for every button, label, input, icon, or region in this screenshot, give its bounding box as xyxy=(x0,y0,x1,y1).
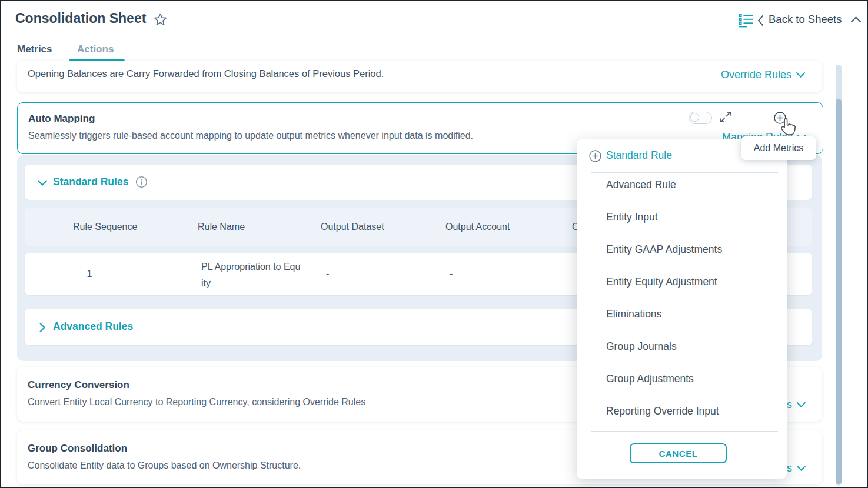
tooltip-label: Add Metrics xyxy=(754,143,803,153)
back-to-sheets-link[interactable]: Back to Sheets xyxy=(769,13,842,26)
cell-rule-name: PL Appropriation to Equity xyxy=(201,259,301,292)
expand-icon[interactable] xyxy=(719,111,732,123)
toggle-knob xyxy=(690,113,699,122)
scrollbar-thumb[interactable] xyxy=(836,99,842,484)
cell-output-account: - xyxy=(450,269,453,279)
back-chevron-icon[interactable] xyxy=(757,15,764,26)
auto-mapping-title: Auto Mapping xyxy=(28,113,95,125)
add-metrics-menu: Standard Rule Advanced Rule Entity Input… xyxy=(577,139,787,479)
chevron-down-icon xyxy=(796,72,806,78)
standard-rules-label: Standard Rules xyxy=(53,176,128,188)
auto-mapping-toggle[interactable] xyxy=(689,112,712,124)
standard-rule-option-label: Standard Rule xyxy=(606,149,672,162)
col-output-account: Output Account xyxy=(445,208,510,246)
add-metrics-tooltip: Add Metrics xyxy=(741,136,816,160)
cancel-button[interactable]: CANCEL xyxy=(630,443,727,463)
menu-item-reporting-override-input[interactable]: Reporting Override Input xyxy=(577,395,787,427)
chevron-right-icon xyxy=(39,322,46,333)
auto-mapping-description: Seamlessly triggers rule-based account m… xyxy=(28,131,473,141)
circle-plus-icon xyxy=(588,149,602,163)
menu-item-entity-input[interactable]: Entity Input xyxy=(577,201,787,233)
col-rule-sequence: Rule Sequence xyxy=(73,208,137,246)
override-rules-link[interactable]: Override Rules xyxy=(721,69,806,81)
chevron-down-icon xyxy=(796,465,806,472)
menu-item-eliminations[interactable]: Eliminations xyxy=(577,298,787,330)
menu-items: Advanced Rule Entity Input Entity GAAP A… xyxy=(577,169,787,427)
col-rule-name: Rule Name xyxy=(198,208,245,246)
col-output-dataset: Output Dataset xyxy=(321,208,384,246)
group-consolidation-description: Consolidate Entity data to Groups based … xyxy=(28,460,301,471)
favorite-star-icon[interactable] xyxy=(153,12,168,27)
tab-metrics[interactable]: Metrics xyxy=(17,44,52,55)
currency-conversion-description: Convert Entity Local Currency to Reporti… xyxy=(28,397,365,407)
advanced-rules-label: Advanced Rules xyxy=(53,320,133,333)
sheet-list-icon[interactable] xyxy=(738,12,754,28)
menu-item-advanced-rule[interactable]: Advanced Rule xyxy=(577,169,787,201)
chevron-down-icon xyxy=(796,402,806,408)
override-rules-label: Override Rules xyxy=(721,69,791,81)
cursor-hand-icon xyxy=(779,118,796,137)
cell-output-dataset: - xyxy=(326,269,329,279)
group-consolidation-title: Group Consolidation xyxy=(28,443,127,454)
menu-item-entity-gaap-adjustments[interactable]: Entity GAAP Adjustments xyxy=(577,233,787,266)
tab-actions[interactable]: Actions xyxy=(77,44,114,55)
currency-conversion-title: Currency Conversion xyxy=(28,379,129,391)
cell-rule-sequence: 1 xyxy=(60,269,119,279)
info-icon[interactable] xyxy=(135,176,148,188)
menu-item-group-journals[interactable]: Group Journals xyxy=(577,330,787,363)
opening-balances-description: Opening Balances are Carry Forwarded fro… xyxy=(28,68,384,79)
chevron-down-icon xyxy=(37,179,48,186)
page-title: Consolidation Sheet xyxy=(15,11,146,26)
menu-item-group-adjustments[interactable]: Group Adjustments xyxy=(577,363,787,395)
menu-item-entity-equity-adjustment[interactable]: Entity Equity Adjustment xyxy=(577,266,787,298)
opening-balances-card: Opening Balances are Carry Forwarded fro… xyxy=(17,61,822,92)
menu-divider xyxy=(591,431,778,432)
scrollbar-track[interactable] xyxy=(836,65,842,486)
collapse-chevron-icon[interactable] xyxy=(850,16,862,24)
consolidation-sheet-page: Consolidation Sheet Back to Sheets Metri… xyxy=(0,0,868,488)
